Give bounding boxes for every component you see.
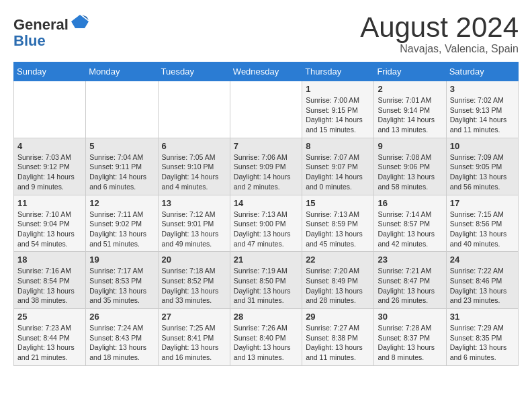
weekday-header-friday: Friday	[374, 62, 446, 81]
day-number: 31	[450, 312, 515, 322]
day-number: 1	[306, 84, 370, 94]
calendar-cell: 6Sunrise: 7:05 AMSunset: 9:10 PMDaylight…	[158, 138, 230, 195]
day-info: Sunrise: 7:17 AMSunset: 8:53 PMDaylight:…	[89, 266, 154, 306]
month-year-title: August 2024	[360, 13, 519, 42]
calendar-week-row: 11Sunrise: 7:10 AMSunset: 9:04 PMDayligh…	[14, 195, 519, 252]
day-number: 29	[306, 312, 370, 322]
day-info: Sunrise: 7:00 AMSunset: 9:15 PMDaylight:…	[306, 95, 370, 135]
calendar-cell: 25Sunrise: 7:23 AMSunset: 8:44 PMDayligh…	[14, 309, 86, 366]
day-number: 28	[234, 312, 298, 322]
day-info: Sunrise: 7:12 AMSunset: 9:01 PMDaylight:…	[162, 210, 226, 249]
day-number: 4	[17, 141, 82, 151]
calendar-cell: 1Sunrise: 7:00 AMSunset: 9:15 PMDaylight…	[302, 81, 374, 138]
calendar-cell: 19Sunrise: 7:17 AMSunset: 8:53 PMDayligh…	[86, 252, 158, 309]
calendar-cell: 17Sunrise: 7:15 AMSunset: 8:56 PMDayligh…	[446, 195, 518, 252]
day-info: Sunrise: 7:25 AMSunset: 8:41 PMDaylight:…	[162, 323, 226, 363]
day-info: Sunrise: 7:01 AMSunset: 9:14 PMDaylight:…	[378, 95, 442, 135]
calendar-cell: 15Sunrise: 7:13 AMSunset: 8:59 PMDayligh…	[302, 195, 374, 252]
day-number: 6	[162, 141, 226, 151]
calendar-cell: 14Sunrise: 7:13 AMSunset: 9:00 PMDayligh…	[230, 195, 302, 252]
day-info: Sunrise: 7:26 AMSunset: 8:40 PMDaylight:…	[234, 323, 298, 363]
calendar-week-row: 4Sunrise: 7:03 AMSunset: 9:12 PMDaylight…	[14, 138, 519, 195]
day-number: 3	[450, 84, 515, 94]
calendar-cell: 27Sunrise: 7:25 AMSunset: 8:41 PMDayligh…	[158, 309, 230, 366]
calendar-cell: 22Sunrise: 7:20 AMSunset: 8:49 PMDayligh…	[302, 252, 374, 309]
weekday-header-sunday: Sunday	[14, 62, 86, 81]
day-info: Sunrise: 7:29 AMSunset: 8:35 PMDaylight:…	[450, 323, 515, 363]
calendar-cell: 24Sunrise: 7:22 AMSunset: 8:46 PMDayligh…	[446, 252, 518, 309]
calendar-cell: 16Sunrise: 7:14 AMSunset: 8:57 PMDayligh…	[374, 195, 446, 252]
calendar-table: SundayMondayTuesdayWednesdayThursdayFrid…	[13, 62, 519, 366]
day-number: 5	[89, 141, 154, 151]
calendar-cell: 3Sunrise: 7:02 AMSunset: 9:13 PMDaylight…	[446, 81, 518, 138]
calendar-cell	[14, 81, 86, 138]
day-number: 17	[450, 198, 515, 208]
day-number: 13	[162, 198, 226, 208]
day-number: 19	[89, 255, 154, 265]
day-number: 8	[306, 141, 370, 151]
day-info: Sunrise: 7:22 AMSunset: 8:46 PMDaylight:…	[450, 266, 515, 306]
calendar-week-row: 25Sunrise: 7:23 AMSunset: 8:44 PMDayligh…	[14, 309, 519, 366]
calendar-cell: 9Sunrise: 7:08 AMSunset: 9:06 PMDaylight…	[374, 138, 446, 195]
calendar-cell: 8Sunrise: 7:07 AMSunset: 9:07 PMDaylight…	[302, 138, 374, 195]
day-number: 24	[450, 255, 515, 265]
weekday-header-wednesday: Wednesday	[230, 62, 302, 81]
day-info: Sunrise: 7:16 AMSunset: 8:54 PMDaylight:…	[17, 266, 82, 306]
day-info: Sunrise: 7:05 AMSunset: 9:10 PMDaylight:…	[162, 152, 226, 192]
calendar-cell: 30Sunrise: 7:28 AMSunset: 8:37 PMDayligh…	[374, 309, 446, 366]
day-number: 26	[89, 312, 154, 322]
day-number: 20	[162, 255, 226, 265]
logo-general: General	[13, 16, 69, 33]
day-number: 23	[378, 255, 442, 265]
day-number: 22	[306, 255, 370, 265]
day-number: 7	[234, 141, 298, 151]
day-number: 27	[162, 312, 226, 322]
weekday-row: SundayMondayTuesdayWednesdayThursdayFrid…	[14, 62, 519, 81]
calendar-cell: 31Sunrise: 7:29 AMSunset: 8:35 PMDayligh…	[446, 309, 518, 366]
weekday-header-tuesday: Tuesday	[158, 62, 230, 81]
day-info: Sunrise: 7:18 AMSunset: 8:52 PMDaylight:…	[162, 266, 226, 306]
calendar-cell: 10Sunrise: 7:09 AMSunset: 9:05 PMDayligh…	[446, 138, 518, 195]
day-number: 30	[378, 312, 442, 322]
day-info: Sunrise: 7:15 AMSunset: 8:56 PMDaylight:…	[450, 210, 515, 249]
day-number: 11	[17, 198, 82, 208]
day-info: Sunrise: 7:13 AMSunset: 8:59 PMDaylight:…	[306, 210, 370, 249]
calendar-body: 1Sunrise: 7:00 AMSunset: 9:15 PMDaylight…	[14, 81, 519, 366]
calendar-cell	[230, 81, 302, 138]
day-info: Sunrise: 7:21 AMSunset: 8:47 PMDaylight:…	[378, 266, 442, 306]
day-number: 12	[89, 198, 154, 208]
calendar-cell: 13Sunrise: 7:12 AMSunset: 9:01 PMDayligh…	[158, 195, 230, 252]
day-info: Sunrise: 7:13 AMSunset: 9:00 PMDaylight:…	[234, 210, 298, 249]
title-block: August 2024 Navajas, Valencia, Spain	[360, 13, 519, 55]
calendar-cell: 4Sunrise: 7:03 AMSunset: 9:12 PMDaylight…	[14, 138, 86, 195]
calendar-cell: 21Sunrise: 7:19 AMSunset: 8:50 PMDayligh…	[230, 252, 302, 309]
calendar-cell: 2Sunrise: 7:01 AMSunset: 9:14 PMDaylight…	[374, 81, 446, 138]
day-info: Sunrise: 7:27 AMSunset: 8:38 PMDaylight:…	[306, 323, 370, 363]
calendar-cell: 12Sunrise: 7:11 AMSunset: 9:02 PMDayligh…	[86, 195, 158, 252]
day-info: Sunrise: 7:11 AMSunset: 9:02 PMDaylight:…	[89, 210, 154, 249]
day-info: Sunrise: 7:14 AMSunset: 8:57 PMDaylight:…	[378, 210, 442, 249]
day-info: Sunrise: 7:06 AMSunset: 9:09 PMDaylight:…	[234, 152, 298, 192]
day-info: Sunrise: 7:19 AMSunset: 8:50 PMDaylight:…	[234, 266, 298, 306]
location-subtitle: Navajas, Valencia, Spain	[360, 43, 519, 55]
calendar-cell: 7Sunrise: 7:06 AMSunset: 9:09 PMDaylight…	[230, 138, 302, 195]
calendar-cell: 26Sunrise: 7:24 AMSunset: 8:43 PMDayligh…	[86, 309, 158, 366]
day-number: 14	[234, 198, 298, 208]
calendar-cell: 11Sunrise: 7:10 AMSunset: 9:04 PMDayligh…	[14, 195, 86, 252]
calendar-cell: 29Sunrise: 7:27 AMSunset: 8:38 PMDayligh…	[302, 309, 374, 366]
calendar-cell	[158, 81, 230, 138]
day-number: 10	[450, 141, 515, 151]
calendar-cell: 28Sunrise: 7:26 AMSunset: 8:40 PMDayligh…	[230, 309, 302, 366]
day-info: Sunrise: 7:08 AMSunset: 9:06 PMDaylight:…	[378, 152, 442, 192]
day-info: Sunrise: 7:28 AMSunset: 8:37 PMDaylight:…	[378, 323, 442, 363]
day-info: Sunrise: 7:02 AMSunset: 9:13 PMDaylight:…	[450, 95, 515, 135]
weekday-header-thursday: Thursday	[302, 62, 374, 81]
day-info: Sunrise: 7:20 AMSunset: 8:49 PMDaylight:…	[306, 266, 370, 306]
day-info: Sunrise: 7:09 AMSunset: 9:05 PMDaylight:…	[450, 152, 515, 192]
day-info: Sunrise: 7:23 AMSunset: 8:44 PMDaylight:…	[17, 323, 82, 363]
calendar-week-row: 1Sunrise: 7:00 AMSunset: 9:15 PMDaylight…	[14, 81, 519, 138]
day-info: Sunrise: 7:10 AMSunset: 9:04 PMDaylight:…	[17, 210, 82, 249]
weekday-header-monday: Monday	[86, 62, 158, 81]
day-info: Sunrise: 7:03 AMSunset: 9:12 PMDaylight:…	[17, 152, 82, 192]
day-info: Sunrise: 7:07 AMSunset: 9:07 PMDaylight:…	[306, 152, 370, 192]
